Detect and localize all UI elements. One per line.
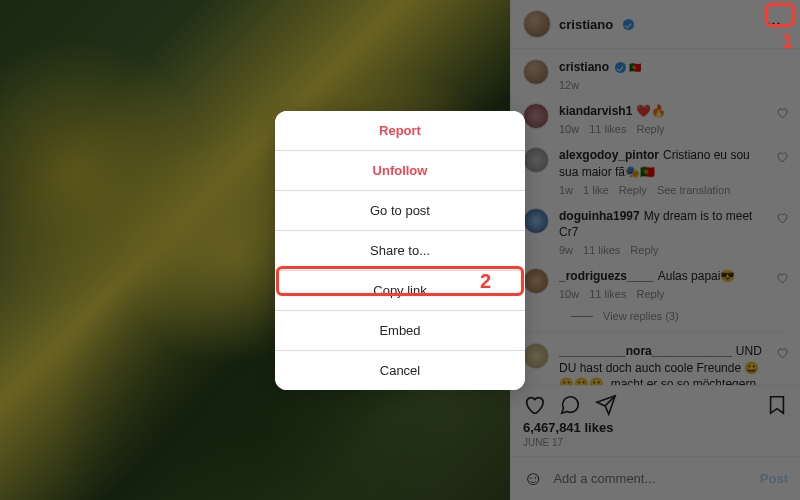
- options-modal: Report Unfollow Go to post Share to... C…: [275, 111, 525, 390]
- modal-item-unfollow[interactable]: Unfollow: [275, 151, 525, 191]
- modal-item-share-to[interactable]: Share to...: [275, 231, 525, 271]
- modal-item-report[interactable]: Report: [275, 111, 525, 151]
- modal-overlay[interactable]: Report Unfollow Go to post Share to... C…: [0, 0, 800, 500]
- modal-item-embed[interactable]: Embed: [275, 311, 525, 351]
- modal-item-copy-link[interactable]: Copy link: [275, 271, 525, 311]
- modal-item-cancel[interactable]: Cancel: [275, 351, 525, 390]
- modal-item-go-to-post[interactable]: Go to post: [275, 191, 525, 231]
